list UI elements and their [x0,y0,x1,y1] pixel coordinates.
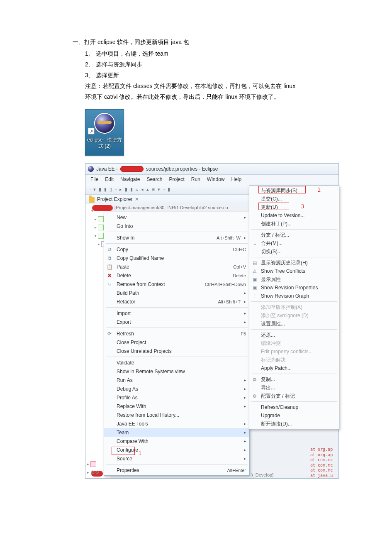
team-添加至-svn-ignore-D-: 添加至 svn:ignore (D) [249,311,339,320]
stacktrace-snippet: at org.apat org.apat com.mcat com.mcat c… [310,447,339,478]
team-Update-to-Version-[interactable]: Update to Version... [249,211,339,220]
team-Apply-Patch-[interactable]: Apply Patch... [249,364,339,372]
section-heading: 一、打开 eclipse 软件，同步更新项目 java 包 [73,37,363,46]
ctx-copy[interactable]: ⧉CopyCtrl+C [104,245,249,254]
ctx-new[interactable]: New▸ [104,213,249,222]
eclipse-window: Java EE - sources/jdbc.properties - Ecli… [85,163,339,479]
menu-help[interactable]: Help [229,176,244,183]
team-编辑冲突: 编辑冲突 [249,339,339,347]
step-1: 1、 选中项目，右键，选择 team [85,49,363,59]
context-menu: New▸Go IntoShow InAlt+Shift+W▸⧉CopyCtrl+… [104,212,250,476]
step-2: 2、 选择与资源库同步 [85,60,363,70]
ctx-team[interactable]: Team▸ [104,428,249,437]
menu-file[interactable]: File [88,176,101,183]
team-Show-Tree-Conflicts[interactable]: ⚠Show Tree Conflicts [249,267,339,275]
team-Refresh-Cleanup[interactable]: Refresh/Cleanup [249,403,339,411]
ctx-run-as[interactable]: Run As▸ [104,376,249,384]
ctx-paste[interactable]: 📋PasteCtrl+V [104,262,249,271]
menu-project[interactable]: Project [166,176,187,183]
eclipse-icon [94,113,115,134]
team-更新-U-[interactable]: 更新(U) [249,203,339,211]
team-Show-Revision-Graph[interactable]: ⋮Show Revision Graph [249,292,339,300]
redacted-project-scribble [92,205,113,211]
team-显示资源历史记录-H-[interactable]: ▤显示资源历史记录(H) [249,259,339,267]
titlebar: Java EE - sources/jdbc.properties - Ecli… [85,164,338,175]
ctx-go-into[interactable]: Go Into [104,222,249,230]
team-显示属性[interactable]: ▣显示属性 [249,275,339,284]
ctx-refactor[interactable]: RefactorAlt+Shift+T▸ [104,297,249,306]
ctx-close-project[interactable]: Close Project [104,338,249,347]
team-创建补丁-P-[interactable]: 创建补丁(P)... [249,220,339,228]
menu-navigate[interactable]: Navigate [118,176,142,183]
team-复制-[interactable]: ⧉复制... [249,375,339,384]
title-prefix: Java EE - [96,166,118,172]
menu-search[interactable]: Search [144,176,165,183]
menu-edit[interactable]: Edit [102,176,116,183]
note-line-1: 注意：若配置文件 classes 文件需要修改，在本地修改，再打包，可以免去在 … [85,81,363,91]
ctx-replace-with[interactable]: Replace With▸ [104,402,249,411]
title-suffix: sources/jdbc.properties - Eclipse [146,166,218,172]
team-配置分支-标记[interactable]: ⚙配置分支 / 标记 [249,392,339,400]
ctx-refresh[interactable]: ⟳RefreshF5 [104,329,249,338]
redacted-path-scribble [120,166,144,172]
ctx-show-in-remote-systems-view[interactable]: Show in Remote Systems view [104,367,249,376]
tree-path-text: [Project-management/30 TNR/1 DevelopLib/… [114,205,251,210]
step-3: 3、 选择更新 [85,71,363,81]
develop-tag: )_Develop] [251,472,273,477]
ctx-copy-qualified-name[interactable]: ⧉Copy Qualified Name [104,254,249,262]
menu-run[interactable]: Run [189,176,203,183]
team-submenu: 与资源库同步(S)提交(C)...更新(U)Update to Version.… [249,185,339,429]
team-还原-[interactable]: 还原... [249,331,339,339]
team-Edit-property-conflicts-: Edit property conflicts... [249,347,339,356]
shortcut-label: eclipse - 快捷方式 (2) [85,137,124,149]
note-line-2: 环境下 cat/vi 修改。若在此处不修改，导出后，只能在 linux 环境下修… [85,92,363,102]
team-设置属性-[interactable]: 设置属性... [249,320,339,328]
ctx-debug-as[interactable]: Debug As▸ [104,384,249,393]
team-Show-Revision-Properties[interactable]: ▣Show Revision Properties [249,284,339,292]
ctx-compare-with[interactable]: Compare With▸ [104,437,249,445]
team-Upgrade[interactable]: Upgrade [249,411,339,420]
ctx-configure[interactable]: Configure▸ [104,445,249,454]
ctx-show-in[interactable]: Show InAlt+Shift+W▸ [104,233,249,242]
ctx-properties[interactable]: PropertiesAlt+Enter [104,466,249,474]
shortcut-overlay-icon: ↗ [88,128,95,134]
ctx-remove-from-context[interactable]: ⤿Remove from ContextCtrl+Alt+Shift+Down [104,280,249,289]
ctx-restore-from-local-history-[interactable]: Restore from Local History... [104,411,249,419]
eclipse-shortcut[interactable]: ↗ eclipse - 快捷方式 (2) [85,109,124,156]
team-提交-C-[interactable]: 提交(C)... [249,195,339,203]
ctx-export[interactable]: Export▸ [104,318,249,326]
folder-icon [89,197,95,202]
menubar: File Edit Navigate Search Project Run Wi… [85,175,338,184]
ctx-delete[interactable]: ✖DeleteDelete [104,271,249,280]
team-与资源库同步-S-[interactable]: 与资源库同步(S) [249,186,339,195]
ctx-source[interactable]: Source▸ [104,454,249,463]
ctx-validate[interactable]: Validate [104,358,249,367]
team-断开连接-D-[interactable]: 断开连接(D)... [249,420,339,428]
ctx-java-ee-tools[interactable]: Java EE Tools▸ [104,419,249,428]
team-导出-[interactable]: 导出... [249,384,339,392]
project-explorer-title: Project Explorer [97,196,132,202]
view-close-icon[interactable]: ✕ [135,196,139,202]
team-切换-S-[interactable]: 切换(S)... [249,247,339,256]
team-分支-标记-[interactable]: 分支 / 标记... [249,231,339,239]
menu-window[interactable]: Window [205,176,227,183]
eclipse-app-icon [88,166,94,172]
team-标记为解决: 标记为解决 [249,356,339,364]
team-添加至版本控制-A-: 添加至版本控制(A) [249,303,339,311]
team-合并-M-[interactable]: ⇣合并(M)... [249,239,339,247]
ctx-import[interactable]: Import▸ [104,309,249,318]
steps-list: 1、 选中项目，右键，选择 team 2、 选择与资源库同步 3、 选择更新 注… [73,49,363,102]
ctx-profile-as[interactable]: Profile As▸ [104,393,249,402]
ctx-build-path[interactable]: Build Path▸ [104,289,249,297]
ctx-close-unrelated-projects[interactable]: Close Unrelated Projects [104,347,249,355]
